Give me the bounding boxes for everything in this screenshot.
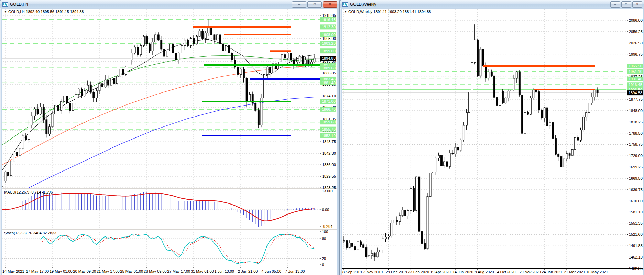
price-axis-label: 2086.00 — [629, 18, 643, 22]
candle-body — [90, 85, 91, 92]
minimize-icon: – — [298, 3, 300, 6]
candle-body — [237, 67, 239, 74]
candle-body — [125, 67, 127, 74]
price-tag-label: 1916.45 — [322, 18, 336, 22]
candle-body — [385, 237, 387, 239]
candle-body — [413, 188, 415, 210]
candle-body — [131, 53, 133, 60]
candle-body — [435, 158, 437, 172]
candle-body — [52, 114, 53, 127]
close-button[interactable]: × — [632, 1, 642, 8]
price-axis-label: 1877.75 — [629, 97, 643, 101]
candle-body — [228, 45, 230, 53]
window-gold-weekly: GOLD,Weekly – □ × 2086.002056.252026.501… — [340, 0, 644, 275]
price-tag-label: 1908.00 — [322, 33, 336, 37]
stoch-scale-label: 100 — [322, 230, 328, 234]
candle-body — [13, 152, 15, 161]
candle-body — [371, 253, 373, 256]
candle-body — [499, 91, 501, 105]
candle-body — [266, 67, 268, 74]
candle-body — [438, 155, 439, 158]
candle-body — [477, 40, 479, 76]
candle-body — [146, 36, 148, 44]
candle-body — [424, 244, 426, 249]
time-axis-label: 29 Nov 2020 — [519, 270, 541, 274]
candle-body — [140, 45, 142, 54]
candle-body — [560, 157, 562, 167]
candle-body — [102, 84, 103, 87]
price-axis-label: 1729.00 — [629, 154, 643, 158]
candle-body — [594, 90, 596, 97]
candle-body — [457, 147, 459, 150]
candle-body — [116, 76, 118, 84]
close-button[interactable]: × — [323, 1, 337, 8]
candle-body — [566, 154, 568, 159]
restore-button[interactable]: □ — [307, 1, 322, 8]
price-axis-label: 1874.10 — [322, 94, 336, 98]
restore-button[interactable]: □ — [621, 1, 631, 8]
price-tag-label: 1912.30 — [322, 25, 336, 29]
candle-body — [19, 148, 21, 156]
candle-body — [597, 90, 598, 93]
candle-body — [374, 253, 375, 257]
candle-body — [137, 47, 139, 55]
restore-icon: □ — [314, 3, 316, 6]
candle-body — [155, 35, 156, 42]
price-axis-label: 1848.75 — [322, 140, 336, 144]
candle-body — [493, 76, 495, 97]
candle-body — [357, 242, 359, 250]
candle-body — [16, 152, 18, 156]
price-tag-label: 1859.60 — [322, 120, 336, 124]
candle-body — [31, 116, 33, 125]
candle-body — [84, 91, 86, 96]
candle-body — [66, 96, 68, 103]
weekly-chart-canvas[interactable]: 2086.002056.252026.501996.751937.251877.… — [342, 9, 643, 275]
candle-body — [496, 97, 498, 105]
candle-body — [533, 90, 534, 98]
candle-body — [63, 96, 65, 102]
window-title: GOLD,H4 — [10, 2, 28, 7]
chart-window-icon — [2, 2, 8, 7]
candle-body — [482, 49, 484, 66]
candle-body — [87, 85, 89, 91]
candle-body — [586, 112, 587, 117]
titlebar-gold-weekly[interactable]: GOLD,Weekly – □ × — [340, 0, 644, 8]
candle-body — [61, 101, 62, 110]
candle-body — [119, 69, 121, 76]
candle-body — [480, 49, 481, 76]
symbol-dropdown-arrow[interactable]: ▼ — [4, 10, 7, 13]
candle-body — [351, 243, 353, 246]
candle-body — [8, 172, 9, 176]
minimize-button[interactable]: – — [292, 1, 306, 8]
candle-body — [449, 153, 451, 167]
price-tag-label: 1916.45 — [629, 82, 642, 87]
time-axis-label: 19 May 01:00 — [50, 269, 73, 273]
price-tag-label: 1899.00 — [322, 49, 336, 53]
price-tag-label: 1894.88 — [322, 56, 336, 60]
price-axis-label: 1918.65 — [322, 13, 336, 18]
chart-client-h4[interactable]: 13.0010.00-9.294100802001918.651905.9018… — [2, 9, 337, 275]
candle-body — [290, 53, 292, 60]
price-tag-label: 1881.40 — [322, 81, 336, 85]
candle-body — [544, 108, 545, 118]
time-axis-label: 19 Apr 2020 — [430, 270, 450, 274]
chart-client-weekly[interactable]: 2086.002056.252026.501996.751937.251877.… — [342, 9, 643, 275]
candle-body — [314, 58, 315, 62]
candle-body — [469, 92, 470, 113]
time-axis-label: 31 May 01:00 — [191, 269, 214, 273]
candle-body — [410, 188, 412, 210]
titlebar-gold-h4[interactable]: GOLD,H4 – □ × — [0, 0, 339, 8]
price-axis-label: 1462.10 — [629, 255, 643, 259]
candle-body — [399, 216, 401, 222]
candle-body — [169, 44, 171, 51]
candle-body — [591, 97, 593, 103]
symbol-dropdown-arrow[interactable]: ▼ — [344, 10, 347, 13]
candle-body — [190, 38, 192, 45]
price-axis-label: 1699.25 — [629, 165, 643, 169]
minimize-button[interactable]: – — [610, 1, 620, 8]
candle-body — [299, 56, 301, 62]
time-axis-label: 27 May 17:00 — [167, 269, 190, 273]
main-pane — [2, 19, 320, 192]
stoch-scale-label: 0 — [322, 263, 324, 267]
candle-body — [571, 150, 573, 156]
